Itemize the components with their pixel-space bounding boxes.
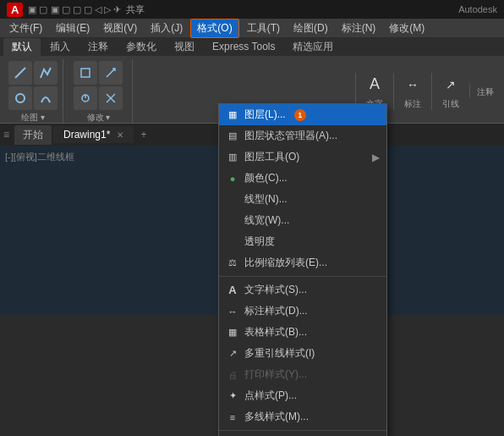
dropdown-multileader-label: 多重引线样式(I) [244, 346, 315, 361]
polyline-icon[interactable] [34, 61, 58, 85]
circle-icon[interactable] [8, 86, 32, 110]
dropdown-item-pointstyle[interactable]: ✦ 点样式(P)... [219, 385, 386, 406]
ribbon-reference-group: ↗ 引线 [431, 73, 463, 110]
dropdown-plotstyle-label: 打印样式(Y)... [244, 367, 307, 382]
menu-insert[interactable]: 插入(J) [145, 19, 189, 37]
dropdown-item-color[interactable]: ● 颜色(C)... [219, 168, 386, 189]
svg-line-0 [15, 68, 25, 78]
format-dropdown: ▦ 图层(L)... 1 ▤ 图层状态管理器(A)... ▥ 图层工具(O) ▶… [218, 103, 387, 436]
menu-modify[interactable]: 修改(M) [383, 19, 430, 37]
dropdown-item-tablestyle[interactable]: ▦ 表格样式(B)... [219, 322, 386, 343]
dim-label: 标注 [404, 98, 421, 110]
tablestyle-menu-icon: ▦ [226, 326, 239, 339]
multilinestyle-menu-icon: ≡ [226, 411, 239, 424]
tab-default[interactable]: 默认 [3, 38, 41, 56]
dropdown-pointstyle-label: 点样式(P)... [244, 389, 297, 403]
multileader-menu-icon: ↗ [226, 347, 239, 361]
dimension-icon[interactable]: ↔ [401, 73, 425, 97]
layer-badge: 1 [294, 109, 306, 121]
color-menu-icon: ● [226, 172, 239, 185]
menu-format[interactable]: 格式(O) [190, 19, 238, 38]
ribbon-group-draw: 绘图 ▾ [3, 59, 63, 123]
svg-point-1 [16, 94, 25, 102]
menu-bar: 文件(F) 编辑(E) 视图(V) 插入(J) 格式(O) 工具(T) 绘图(D… [0, 19, 504, 37]
modify-icon-2[interactable] [99, 61, 123, 85]
scale-menu-icon: ⚖ [226, 257, 239, 270]
dropdown-item-transparency[interactable]: 透明度 [219, 231, 386, 252]
tab-insert[interactable]: 插入 [41, 38, 79, 56]
dropdown-layerstate-label: 图层状态管理器(A)... [244, 129, 337, 143]
textstyle-menu-icon: A [226, 284, 239, 297]
menu-tools[interactable]: 工具(T) [241, 19, 286, 37]
tab-bar-icon: ≡ [3, 129, 9, 141]
menu-draw[interactable]: 绘图(D) [288, 19, 334, 37]
tab-view[interactable]: 视图 [166, 38, 203, 56]
tab-start[interactable]: 开始 [14, 125, 52, 145]
menu-view[interactable]: 视图(V) [97, 19, 143, 37]
autodesk-label: Autodesk [458, 4, 497, 14]
dropdown-item-linetype[interactable]: 线型(N)... [219, 189, 386, 210]
dropdown-separator-1 [219, 276, 386, 277]
modify-icon-3[interactable] [74, 86, 97, 110]
layertools-arrow-icon: ▶ [372, 152, 380, 163]
tab-express-tools[interactable]: Express Tools [204, 39, 283, 54]
dropdown-item-multileader[interactable]: ↗ 多重引线样式(I) [219, 343, 386, 364]
dropdown-tablestyle-label: 表格样式(B)... [244, 325, 307, 339]
tab-parameters[interactable]: 参数化 [118, 38, 165, 56]
modify-icon-1[interactable] [74, 61, 97, 85]
tab-annotate[interactable]: 注释 [79, 38, 117, 56]
dropdown-item-lineweight[interactable]: 线宽(W)... [219, 210, 386, 231]
dropdown-item-multilinestyle[interactable]: ≡ 多线样式(M)... [219, 406, 386, 428]
transparency-menu-icon [226, 235, 239, 249]
annotate-label: 注释 [477, 86, 494, 98]
reference-icon[interactable]: ↗ [439, 73, 463, 97]
menu-dimension[interactable]: 标注(N) [336, 19, 382, 37]
arc-icon[interactable] [34, 86, 58, 110]
ribbon-annotate-group: 注释 [469, 85, 494, 98]
menu-file[interactable]: 文件(F) [3, 19, 48, 37]
ribbon-tabs: 默认 插入 注释 参数化 视图 Express Tools 精选应用 [0, 37, 504, 56]
tab-add-button[interactable]: + [135, 126, 151, 143]
layer-menu-icon: ▦ [226, 108, 239, 122]
share-button[interactable]: 共享 [126, 3, 145, 16]
line-icon[interactable] [8, 61, 32, 85]
canvas-view-label: [-][俯视]二维线框 [5, 151, 74, 163]
dropdown-item-textstyle[interactable]: A 文字样式(S)... [219, 279, 386, 301]
dropdown-layertools-label: 图层工具(O) [244, 150, 299, 164]
dropdown-item-dimstyle[interactable]: ↔ 标注样式(D)... [219, 301, 386, 322]
ribbon-dim-group: ↔ 标注 [393, 73, 425, 110]
toolbar-icons: ▣ ▢ ▣ ▢ ▢ ▢ ◁ ▷ ✈ [28, 4, 120, 15]
linetype-menu-icon [226, 193, 239, 207]
title-bar: A ▣ ▢ ▣ ▢ ▢ ▢ ◁ ▷ ✈ 共享 Autodesk [0, 0, 504, 19]
plotstyle-menu-icon: 🖨 [226, 368, 239, 382]
dimstyle-menu-icon: ↔ [226, 305, 239, 318]
dropdown-item-scale[interactable]: ⚖ 比例缩放列表(E)... [219, 252, 386, 273]
dropdown-item-layertools[interactable]: ▥ 图层工具(O) ▶ [219, 146, 386, 168]
text-icon[interactable]: A [363, 73, 386, 97]
menu-edit[interactable]: 编辑(E) [50, 19, 96, 37]
dropdown-multilinestyle-label: 多线样式(M)... [244, 410, 309, 424]
dropdown-item-layer[interactable]: ▦ 图层(L)... 1 [219, 104, 386, 125]
pointstyle-menu-icon: ✦ [226, 389, 239, 403]
layerstate-menu-icon: ▤ [226, 130, 239, 143]
tab-drawing1[interactable]: Drawing1* ✕ [53, 126, 134, 143]
dropdown-color-label: 颜色(C)... [244, 171, 288, 185]
draw-group-label: 绘图 ▾ [21, 112, 45, 124]
dropdown-separator-2 [219, 430, 386, 431]
tab-finish-app[interactable]: 精选应用 [284, 38, 342, 56]
tab-close-icon[interactable]: ✕ [117, 130, 123, 140]
dropdown-scale-label: 比例缩放列表(E)... [244, 256, 327, 270]
lineweight-menu-icon [226, 214, 239, 228]
dropdown-textstyle-label: 文字样式(S)... [244, 283, 307, 297]
modify-group-label: 修改 ▾ [87, 112, 111, 124]
dropdown-item-layerstate[interactable]: ▤ 图层状态管理器(A)... [219, 125, 386, 146]
dropdown-linetype-label: 线型(N)... [244, 192, 288, 207]
ribbon-group-modify: 修改 ▾ [65, 59, 133, 123]
dropdown-item-plotstyle: 🖨 打印样式(Y)... [219, 364, 386, 385]
modify-icon-4[interactable] [99, 86, 123, 110]
app-logo: A [7, 3, 23, 17]
dropdown-layer-label: 图层(L)... [244, 108, 286, 122]
svg-rect-2 [81, 69, 90, 77]
dropdown-lineweight-label: 线宽(W)... [244, 213, 289, 228]
dropdown-dimstyle-label: 标注样式(D)... [244, 304, 308, 318]
